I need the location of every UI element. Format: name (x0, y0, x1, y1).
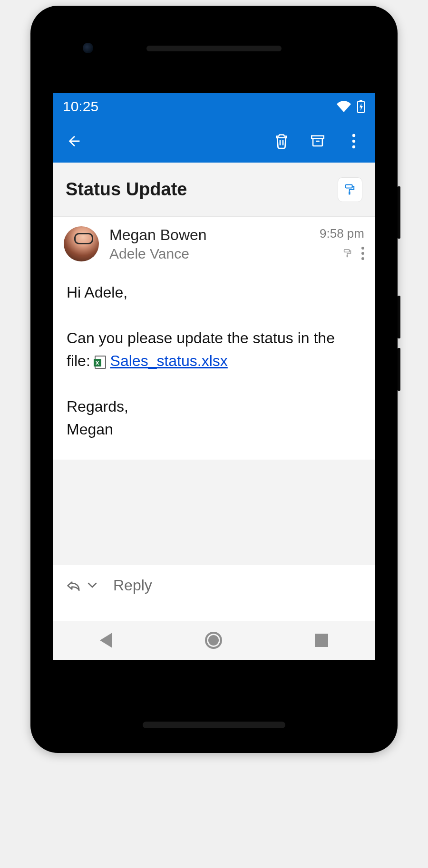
volume-up-button (398, 296, 400, 338)
svg-point-3 (352, 134, 355, 137)
nav-home-button[interactable] (205, 632, 222, 649)
reply-icon (67, 579, 81, 592)
svg-rect-6 (346, 184, 352, 188)
message-time: 9:58 pm (320, 226, 364, 241)
svg-rect-2 (311, 136, 324, 139)
bottom-speaker (143, 722, 285, 728)
earpiece-speaker (146, 46, 282, 51)
status-bar: 10:25 (53, 93, 375, 120)
body-closing: Regards, Megan (67, 395, 361, 441)
file-link[interactable]: Sales_status.xlsx (110, 349, 228, 372)
archive-icon (309, 133, 326, 149)
sender-avatar[interactable] (64, 226, 99, 261)
recipient-name[interactable]: Adele Vance (109, 246, 320, 262)
paint-roller-button[interactable] (338, 177, 362, 202)
svg-rect-9 (347, 255, 348, 258)
reply-bar[interactable]: Reply (53, 565, 375, 606)
back-button[interactable] (65, 132, 84, 151)
paint-roller-icon (343, 183, 357, 196)
email-subject: Status Update (66, 179, 338, 200)
message-header: Megan Bowen Adele Vance 9:58 pm (53, 217, 375, 267)
system-nav-bar (53, 621, 375, 660)
closing-name: Megan (67, 421, 113, 438)
reply-label: Reply (113, 577, 152, 594)
power-button (398, 186, 400, 239)
subject-bar: Status Update (53, 163, 375, 217)
chevron-down-icon (88, 582, 97, 589)
nav-back-button[interactable] (100, 633, 112, 648)
reply-mode-chevron[interactable] (88, 582, 97, 589)
body-greeting: Hi Adele, (67, 281, 361, 304)
app-bar (53, 120, 375, 163)
delete-button[interactable] (272, 132, 291, 151)
volume-down-button (398, 348, 400, 391)
excel-file-icon (95, 356, 106, 369)
svg-rect-1 (360, 100, 362, 101)
archive-button[interactable] (308, 132, 327, 151)
sender-name[interactable]: Megan Bowen (109, 226, 320, 244)
arrow-left-icon (66, 133, 82, 149)
message-overflow-button[interactable] (361, 247, 364, 260)
svg-point-5 (352, 145, 355, 148)
body-line1: Can you please update the status in the … (67, 327, 361, 372)
nav-recents-button[interactable] (315, 634, 328, 647)
overflow-menu-button[interactable] (344, 132, 363, 151)
empty-area (53, 460, 375, 565)
front-camera (83, 43, 93, 53)
phone-frame: 10:25 Stat (30, 6, 398, 753)
status-time: 10:25 (63, 98, 98, 115)
screen: 10:25 Stat (53, 93, 375, 660)
paint-roller-small-button[interactable] (342, 248, 353, 259)
svg-rect-7 (349, 191, 350, 194)
wifi-icon (337, 101, 351, 112)
svg-point-4 (352, 140, 355, 143)
battery-charging-icon (357, 100, 365, 113)
message-body: Hi Adele, Can you please update the stat… (53, 267, 375, 460)
trash-icon (273, 132, 290, 150)
closing-regards: Regards, (67, 398, 128, 415)
more-vert-icon (352, 134, 356, 149)
svg-rect-8 (344, 250, 350, 252)
paint-roller-icon (342, 248, 353, 259)
